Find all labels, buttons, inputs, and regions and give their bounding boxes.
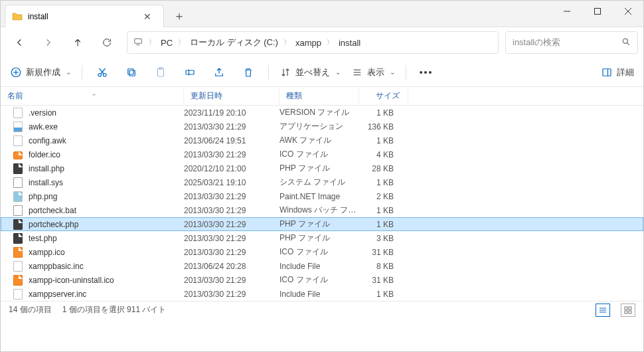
file-row[interactable]: folder.ico2013/03/30 21:29ICO ファイル4 KB <box>1 147 643 161</box>
file-row[interactable]: test.php2013/03/30 21:29PHP ファイル3 KB <box>1 231 643 245</box>
file-icon <box>13 191 23 202</box>
file-size: 136 KB <box>359 122 402 132</box>
file-size: 1 KB <box>359 206 402 215</box>
folder-icon <box>12 11 23 22</box>
file-row[interactable]: awk.exe2013/03/30 21:29アプリケーション136 KB <box>1 120 643 133</box>
col-header-date[interactable]: 更新日時 <box>184 87 280 105</box>
file-date: 2013/06/24 19:51 <box>184 136 280 145</box>
file-row[interactable]: install.php2020/12/10 21:00PHP ファイル28 KB <box>1 161 643 175</box>
file-type: ICO ファイル <box>280 246 359 258</box>
file-icon <box>13 122 23 132</box>
breadcrumb-bar[interactable]: 〉 PC 〉 ローカル ディスク (C:) 〉 xampp 〉 install <box>127 31 499 54</box>
chevron-right-icon: 〉 <box>178 38 185 47</box>
up-button[interactable] <box>64 31 91 54</box>
close-tab-icon[interactable]: ✕ <box>138 11 157 22</box>
close-window-button[interactable] <box>613 1 643 22</box>
chevron-right-icon: 〉 <box>283 38 290 47</box>
file-size: 1 KB <box>359 290 402 299</box>
file-size: 1 KB <box>359 136 402 145</box>
file-row[interactable]: install.sys2025/03/21 19:10システム ファイル1 KB <box>1 175 643 189</box>
column-headers: 名前 ⌃ 更新日時 種類 サイズ <box>1 87 643 106</box>
details-view-toggle[interactable] <box>596 304 610 317</box>
new-button[interactable]: 新規作成 ⌄ <box>6 61 75 84</box>
file-row[interactable]: xamppbasic.inc2013/06/24 20:28Include Fi… <box>1 259 643 273</box>
status-count: 14 個の項目 <box>9 304 52 315</box>
paste-button[interactable] <box>147 61 174 84</box>
file-name: portcheck.php <box>29 220 78 229</box>
thumbnails-view-toggle[interactable] <box>621 304 635 317</box>
svg-point-6 <box>623 39 627 43</box>
file-date: 2025/03/21 19:10 <box>184 178 280 187</box>
file-name: portcheck.bat <box>29 206 76 215</box>
details-pane-button[interactable]: 詳細 <box>597 61 638 84</box>
svg-line-7 <box>627 43 629 44</box>
toolbar: 新規作成 ⌄ 並べ替え ⌄ 表示 ⌄ ••• 詳細 <box>1 58 643 87</box>
minimize-button[interactable] <box>552 1 582 22</box>
share-button[interactable] <box>206 61 232 84</box>
file-type: アプリケーション <box>280 121 359 132</box>
search-input[interactable]: installの検索 <box>505 31 638 54</box>
pc-icon <box>133 37 143 48</box>
sort-button[interactable]: 並べ替え ⌄ <box>276 61 345 84</box>
file-type: Windows バッチ ファ... <box>280 205 359 216</box>
breadcrumb-item[interactable]: PC <box>161 38 173 48</box>
breadcrumb-item[interactable]: install <box>339 38 361 48</box>
file-date: 2013/03/30 21:29 <box>184 150 280 159</box>
file-row[interactable]: php.png2013/03/30 21:29Paint.NET Image2 … <box>1 189 643 203</box>
view-button[interactable]: 表示 ⌄ <box>347 61 399 84</box>
file-type: PHP ファイル <box>280 219 359 230</box>
rename-button[interactable] <box>177 61 203 84</box>
col-header-name[interactable]: 名前 ⌃ <box>1 87 184 105</box>
file-date: 2013/03/30 21:29 <box>184 234 280 243</box>
file-name: awk.exe <box>29 122 58 132</box>
file-date: 2020/12/10 21:00 <box>184 164 280 173</box>
chevron-down-icon: ⌄ <box>335 68 341 76</box>
file-row[interactable]: portcheck.php2013/03/30 21:29PHP ファイル1 K… <box>1 217 643 231</box>
file-row[interactable]: portcheck.bat2013/03/30 21:29Windows バッチ… <box>1 203 643 217</box>
maximize-button[interactable] <box>582 1 613 22</box>
svg-rect-1 <box>595 9 601 15</box>
file-date: 2013/03/30 21:29 <box>184 276 280 285</box>
svg-rect-22 <box>603 68 611 76</box>
search-icon <box>621 37 631 48</box>
file-size: 8 KB <box>359 262 402 271</box>
status-bar: 14 個の項目 1 個の項目を選択 911 バイト <box>1 301 643 318</box>
svg-rect-28 <box>629 307 631 309</box>
file-icon <box>13 275 23 286</box>
file-row[interactable]: .version2023/11/19 20:10VERSION ファイル1 KB <box>1 106 643 120</box>
file-row[interactable]: config.awk2013/06/24 19:51AWK ファイル1 KB <box>1 133 643 147</box>
tab-title: install <box>28 12 138 21</box>
chevron-down-icon: ⌄ <box>66 68 71 76</box>
chevron-right-icon: 〉 <box>327 38 333 47</box>
new-tab-button[interactable]: ＋ <box>168 5 191 27</box>
col-header-type[interactable]: 種類 <box>280 87 359 105</box>
file-date: 2013/03/30 21:29 <box>184 206 280 215</box>
svg-rect-13 <box>129 70 135 76</box>
delete-button[interactable] <box>235 61 262 84</box>
more-button[interactable]: ••• <box>413 61 440 84</box>
file-name: xamppbasic.inc <box>29 262 84 271</box>
forward-button[interactable] <box>35 31 62 54</box>
refresh-button[interactable] <box>94 31 120 54</box>
file-size: 31 KB <box>359 276 402 285</box>
file-name: config.awk <box>29 136 66 145</box>
breadcrumb-item[interactable]: xampp <box>295 38 321 48</box>
file-list[interactable]: .version2023/11/19 20:10VERSION ファイル1 KB… <box>1 106 643 301</box>
cut-button[interactable] <box>89 61 116 84</box>
file-row[interactable]: xampp.ico2013/03/30 21:29ICO ファイル31 KB <box>1 245 643 259</box>
file-type: ICO ファイル <box>280 149 359 160</box>
copy-button[interactable] <box>118 61 145 84</box>
file-date: 2013/03/30 21:29 <box>184 122 280 132</box>
file-type: PHP ファイル <box>280 232 359 244</box>
file-date: 2023/11/19 20:10 <box>184 108 280 118</box>
back-button[interactable] <box>6 31 33 54</box>
chevron-right-icon: 〉 <box>149 38 155 47</box>
file-row[interactable]: xampp-icon-uninstall.ico2013/03/30 21:29… <box>1 273 643 287</box>
col-header-size[interactable]: サイズ <box>359 87 408 105</box>
status-selection: 1 個の項目を選択 911 バイト <box>62 304 167 315</box>
file-row[interactable]: xamppserver.inc2013/03/30 21:29Include F… <box>1 287 643 301</box>
window-tab[interactable]: install ✕ <box>5 5 164 27</box>
breadcrumb-item[interactable]: ローカル ディスク (C:) <box>190 37 278 48</box>
file-icon <box>13 163 23 174</box>
svg-rect-29 <box>625 311 627 313</box>
